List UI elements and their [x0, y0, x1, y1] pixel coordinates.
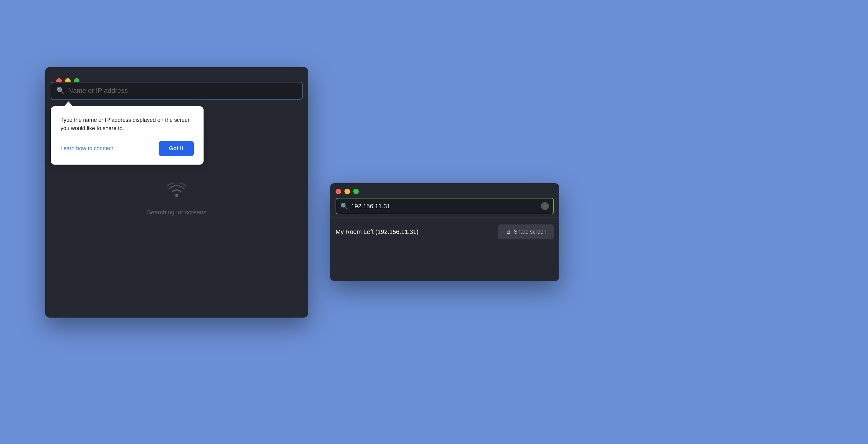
- learn-how-to-connect-link[interactable]: Learn how to connect: [61, 145, 113, 152]
- tooltip-body-text: Type the name or IP address displayed on…: [61, 116, 194, 133]
- right-window: 🔍 192.156.11.31 ✕ My Room Left (192.156.…: [330, 183, 559, 281]
- result-device-name: My Room Left (192.156.11.31): [336, 229, 418, 235]
- svg-point-0: [175, 194, 178, 197]
- left-window: 🔍 Type the name or IP address displayed …: [45, 67, 308, 317]
- searching-area: Searching for screens: [45, 183, 308, 216]
- search-icon-left: 🔍: [56, 87, 64, 95]
- search-icon-right: 🔍: [340, 202, 348, 210]
- close-button-right[interactable]: [336, 189, 341, 194]
- search-bar-left[interactable]: 🔍: [51, 82, 303, 100]
- clear-search-button[interactable]: ✕: [541, 202, 549, 210]
- traffic-lights-right: [330, 183, 559, 194]
- tooltip-arrow: [64, 101, 73, 107]
- result-row: My Room Left (192.156.11.31) 🖥 Share scr…: [330, 217, 559, 246]
- wifi-broadcast-icon: [166, 183, 188, 203]
- search-bar-right[interactable]: 🔍 192.156.11.31 ✕: [336, 198, 554, 214]
- tooltip-actions: Learn how to connect Got it: [61, 141, 194, 156]
- maximize-button-right[interactable]: [353, 189, 359, 194]
- searching-for-screens-label: Searching for screens: [147, 209, 207, 216]
- search-input-left[interactable]: [68, 87, 297, 95]
- got-it-button[interactable]: Got it: [159, 141, 194, 156]
- search-value-right: 192.156.11.31: [351, 203, 541, 210]
- share-screen-label: Share screen: [514, 229, 547, 235]
- share-screen-button[interactable]: 🖥 Share screen: [498, 225, 554, 239]
- minimize-button-right[interactable]: [344, 189, 350, 194]
- tooltip-popup: Type the name or IP address displayed on…: [51, 106, 204, 165]
- monitor-icon: 🖥: [505, 229, 511, 235]
